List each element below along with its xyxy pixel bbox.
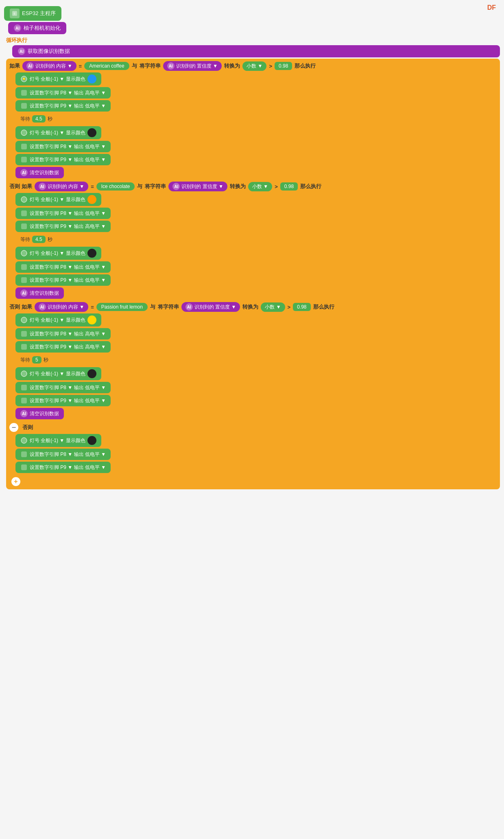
- if1-then: 那么执行: [295, 62, 316, 70]
- if2-ai-pill[interactable]: AI 识别到的 内容 ▼: [35, 182, 89, 191]
- main-program-label: ESP32 主程序: [22, 10, 56, 17]
- if3-pin3[interactable]: 设置数字引脚 P8 ▼ 输出 低电平 ▼: [15, 382, 111, 393]
- if2-wait-value[interactable]: 4.5: [32, 236, 46, 243]
- if3-light2[interactable]: 灯号 全般(-1) ▼ 显示颜色: [15, 367, 101, 380]
- if1-body: 💡 灯号 全般(-1) ▼ 显示颜色 设置数字引脚 P8 ▼ 输出 高电平 ▼ …: [15, 72, 497, 178]
- svg-rect-11: [21, 223, 27, 229]
- if2-pin4[interactable]: 设置数字引脚 P9 ▼ 输出 低电平 ▼: [15, 274, 111, 286]
- ai-icon-get: AI: [18, 48, 25, 55]
- svg-text:💡: 💡: [22, 77, 26, 81]
- if1-light2[interactable]: 灯号 全般(-1) ▼ 显示颜色: [15, 126, 101, 139]
- if1-pin2[interactable]: 设置数字引脚 P9 ▼ 输出 低电平 ▼: [15, 100, 111, 112]
- if3-type-text: 小数 ▼: [265, 304, 281, 311]
- if3-light1[interactable]: 灯号 全般(-1) ▼ 显示颜色: [15, 313, 101, 326]
- if1-clear[interactable]: AI 清空识别数据: [15, 167, 64, 178]
- if2-pin2[interactable]: 设置数字引脚 P9 ▼ 输出 高电平 ▼: [15, 221, 111, 232]
- if1-color-dot-blue[interactable]: [87, 74, 96, 83]
- if3-pin1[interactable]: 设置数字引脚 P8 ▼ 输出 高电平 ▼: [15, 328, 111, 340]
- if2-pin3-text: 设置数字引脚 P8 ▼ 输出 低电平 ▼: [30, 264, 106, 271]
- if1-gt: >: [269, 63, 272, 69]
- if1-ai-pill2[interactable]: AI 识别到的 置信度 ▼: [163, 61, 222, 71]
- if3-wait[interactable]: 等待 5 秒: [15, 354, 53, 366]
- if3-header: 否则 如果 AI 识别到的 内容 ▼ = Passion fruit lemon…: [9, 302, 497, 312]
- if3-color-dot-yellow[interactable]: [87, 315, 96, 324]
- if1-color-dot-black[interactable]: [87, 128, 96, 137]
- if2-pin3[interactable]: 设置数字引脚 P8 ▼ 输出 低电平 ▼: [15, 261, 111, 273]
- if3-threshold-text: 0.98: [297, 304, 306, 310]
- pin-icon-3-2: [20, 343, 28, 350]
- if3-wait-value[interactable]: 5: [32, 356, 41, 364]
- ai-icon-3: AI: [39, 303, 46, 311]
- if1-light1[interactable]: 💡 灯号 全般(-1) ▼ 显示颜色: [15, 72, 101, 85]
- if3-pin4[interactable]: 设置数字引脚 P9 ▼ 输出 低电平 ▼: [15, 395, 111, 406]
- if2-clear[interactable]: AI 清空识别数据: [15, 287, 64, 299]
- if3-value[interactable]: Passion fruit lemon: [96, 303, 148, 311]
- if2-string-label: 将字符串: [145, 183, 166, 190]
- if1-threshold[interactable]: 0.98: [275, 62, 292, 70]
- pin-icon2: [20, 102, 28, 110]
- if1-pin3[interactable]: 设置数字引脚 P8 ▼ 输出 低电平 ▼: [15, 141, 111, 152]
- svg-text:E: E: [14, 12, 16, 15]
- if2-light1-text: 灯号 全般(-1) ▼ 显示颜色: [30, 196, 85, 203]
- if3-body: 灯号 全般(-1) ▼ 显示颜色 设置数字引脚 P8 ▼ 输出 高电平 ▼ 设置…: [15, 313, 497, 419]
- if2-threshold[interactable]: 0.98: [280, 182, 298, 191]
- if2-color-dot-black[interactable]: [87, 249, 96, 258]
- if3-type[interactable]: 小数 ▼: [261, 302, 285, 312]
- if3-equals: =: [91, 304, 94, 310]
- if1-label: 如果: [9, 62, 20, 70]
- main-program-block[interactable]: E ESP32 主程序: [4, 6, 61, 21]
- if3-string-label: 将字符串: [158, 303, 179, 311]
- if1-value[interactable]: American coffee: [84, 62, 129, 70]
- if2-wait[interactable]: 等待 4.5 秒: [15, 234, 57, 245]
- if1-type[interactable]: 小数 ▼: [242, 61, 266, 71]
- svg-rect-17: [21, 344, 27, 350]
- add-else-button[interactable]: +: [11, 477, 20, 486]
- if2-color-dot-orange[interactable]: [87, 195, 96, 204]
- if2-header: 否则 如果 AI 识别到的 内容 ▼ = Ice chocolate 与 将字符…: [9, 182, 497, 191]
- if3-ai-text2: 识别到的 置信度 ▼: [194, 304, 236, 311]
- if1-pin3-text: 设置数字引脚 P8 ▼ 输出 低电平 ▼: [30, 143, 106, 150]
- loop-label: 循环执行: [6, 37, 500, 44]
- svg-rect-7: [21, 144, 27, 149]
- light-icon-2-1: [20, 196, 28, 203]
- if1-pin2-text: 设置数字引脚 P9 ▼ 输出 低电平 ▼: [30, 103, 106, 110]
- if1-wait-value[interactable]: 4.5: [32, 115, 46, 123]
- if1-pin4-text: 设置数字引脚 P9 ▼ 输出 低电平 ▼: [30, 156, 106, 163]
- else-header: − 否则: [9, 423, 497, 432]
- else-light1[interactable]: 灯号 全般(-1) ▼ 显示颜色: [15, 434, 101, 447]
- if3-color-dot-black[interactable]: [87, 369, 96, 378]
- if2-value[interactable]: Ice chocolate: [96, 182, 135, 191]
- else-minus-btn[interactable]: −: [9, 423, 18, 432]
- ai-icon-clear1: AI: [20, 169, 28, 176]
- if1-ai-pill[interactable]: AI 识别到的 内容 ▼: [22, 61, 76, 71]
- if3-ai-pill[interactable]: AI 识别到的 内容 ▼: [35, 302, 89, 312]
- if1-wait[interactable]: 等待 4.5 秒: [15, 113, 57, 125]
- else-color-dot-black[interactable]: [87, 436, 96, 445]
- if3-wait-unit: 秒: [44, 357, 48, 364]
- if2-type-text: 小数 ▼: [252, 183, 268, 190]
- if1-pin1[interactable]: 设置数字引脚 P8 ▼ 输出 高电平 ▼: [15, 87, 111, 99]
- if2-light1[interactable]: 灯号 全般(-1) ▼ 显示颜色: [15, 193, 101, 206]
- get-image-block[interactable]: AI 获取图像识别数据: [12, 45, 500, 57]
- if2-type[interactable]: 小数 ▼: [248, 182, 272, 191]
- if3-convert: 转换为: [242, 303, 258, 311]
- if2-pin2-text: 设置数字引脚 P9 ▼ 输出 高电平 ▼: [30, 223, 106, 230]
- if1-pin4[interactable]: 设置数字引脚 P9 ▼ 输出 低电平 ▼: [15, 154, 111, 165]
- pin-icon3: [20, 143, 28, 150]
- if3-ai-pill2[interactable]: AI 识别到的 置信度 ▼: [181, 302, 240, 312]
- init-block[interactable]: AI 柚子相机初始化: [8, 22, 66, 34]
- if3-then: 那么执行: [313, 303, 334, 311]
- if2-light2[interactable]: 灯号 全般(-1) ▼ 显示颜色: [15, 247, 101, 260]
- if1-pin1-text: 设置数字引脚 P8 ▼ 输出 高电平 ▼: [30, 90, 106, 96]
- svg-point-21: [21, 438, 27, 443]
- else-pin2[interactable]: 设置数字引脚 P9 ▼ 输出 低电平 ▼: [15, 462, 111, 473]
- if3-clear[interactable]: AI 清空识别数据: [15, 408, 64, 419]
- else-pin1[interactable]: 设置数字引脚 P8 ▼ 输出 低电平 ▼: [15, 449, 111, 460]
- if2-threshold-text: 0.98: [284, 184, 294, 189]
- if2-pin1[interactable]: 设置数字引脚 P8 ▼ 输出 低电平 ▼: [15, 208, 111, 219]
- if1-wait-unit: 秒: [48, 116, 52, 123]
- if2-ai-pill2[interactable]: AI 识别到的 置信度 ▼: [168, 182, 227, 191]
- esp-icon: E: [10, 9, 20, 18]
- if3-threshold[interactable]: 0.98: [293, 303, 310, 311]
- if3-pin2[interactable]: 设置数字引脚 P9 ▼ 输出 高电平 ▼: [15, 341, 111, 353]
